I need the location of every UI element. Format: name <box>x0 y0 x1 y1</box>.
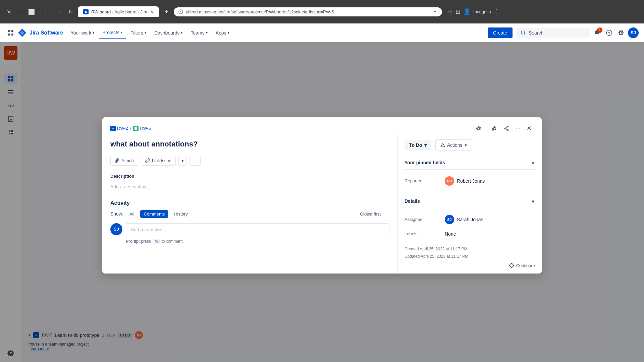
create-button[interactable]: Create <box>488 27 513 38</box>
search-text: Search <box>529 30 543 36</box>
svg-rect-5 <box>11 30 13 32</box>
filter-comments-btn[interactable]: Comments <box>140 210 168 218</box>
comment-input[interactable]: Add a comment... <box>126 223 389 236</box>
configure-row[interactable]: Configure <box>405 263 535 268</box>
extensions-icon[interactable]: ⊞ <box>455 8 461 15</box>
help-btn[interactable]: ? <box>604 27 614 38</box>
nav-dashboards[interactable]: Dashboards ▾ <box>151 27 186 38</box>
pro-tip-text: Pro tip: <box>126 239 140 244</box>
activity-filters: Show: All Comments History Oldest first <box>110 210 389 218</box>
created-label: Created April 25, 2023 at 11:17 PM <box>405 246 535 253</box>
svg-marker-3 <box>433 11 437 13</box>
tab-close-btn[interactable]: ✕ <box>150 9 154 14</box>
sort-btn[interactable]: Oldest first <box>357 210 389 218</box>
breadcrumb-separator: / <box>130 126 131 131</box>
labels-text: None <box>445 231 456 237</box>
more-options-btn[interactable]: ··· <box>514 124 522 133</box>
breadcrumb-current-id: RW-5 <box>140 126 151 131</box>
jira-logo[interactable]: Jira Software <box>17 28 63 38</box>
nav-apps[interactable]: Apps ▾ <box>212 27 233 38</box>
collapse-icon: ∧ <box>531 160 535 166</box>
assignee-label: Assignee <box>405 217 445 222</box>
attach-label: Attach <box>121 158 134 163</box>
issue-title[interactable]: what about annotations? <box>110 139 389 149</box>
svg-point-25 <box>478 127 480 129</box>
assignee-avatar: SJ <box>445 215 454 224</box>
profile-icon[interactable]: 👤 <box>463 8 471 15</box>
incognito-label: Incognito <box>473 9 491 14</box>
chevron-down-icon: ▾ <box>181 31 182 35</box>
settings-btn[interactable] <box>616 27 627 38</box>
svg-line-31 <box>505 129 507 130</box>
browser-tab[interactable]: RW board - Agile board - Jira ✕ <box>78 6 159 17</box>
chevron-down-icon: ▾ <box>228 31 229 35</box>
menu-icon[interactable]: ⋮ <box>494 8 500 15</box>
apps-grid-btn[interactable] <box>5 27 16 38</box>
svg-marker-32 <box>441 143 445 147</box>
address-bar[interactable]: uifeed.atlassian.net/jira/software/proje… <box>174 7 442 16</box>
story-icon <box>133 126 139 131</box>
updated-label: Updated April 25, 2023 at 11:17 PM <box>405 253 535 260</box>
svg-line-30 <box>505 127 507 128</box>
pinned-fields-header[interactable]: Your pinned fields ∧ <box>405 156 535 170</box>
nav-your-work[interactable]: Your work ▾ <box>67 27 98 38</box>
sort-label: Oldest first <box>360 212 381 217</box>
notifications-btn[interactable]: 1 <box>592 27 602 38</box>
svg-marker-0 <box>85 10 87 13</box>
nav-filters[interactable]: Filters ▾ <box>127 27 150 38</box>
details-section-header[interactable]: Details ∧ <box>405 195 535 208</box>
forward-btn[interactable]: → <box>54 7 63 16</box>
labels-label: Labels <box>405 231 445 236</box>
new-tab-btn[interactable]: + <box>162 7 171 17</box>
actions-btn[interactable]: Actions ▾ <box>435 139 472 151</box>
description-placeholder[interactable]: Add a description... <box>110 181 389 192</box>
pinned-fields-section: Your pinned fields ∧ Reporter RJ Robert … <box>405 156 535 189</box>
filter-all-btn[interactable]: All <box>126 210 138 218</box>
minimize-window-btn[interactable]: — <box>15 7 25 16</box>
bookmark-icon[interactable]: ☆ <box>447 8 453 15</box>
maximize-window-btn[interactable]: ⬜ <box>27 7 36 16</box>
modal-body: what about annotations? Attach Link issu… <box>102 134 542 274</box>
browser-actions: ☆ ⊞ 👤 Incognito ⋮ <box>447 8 500 15</box>
reload-btn[interactable]: ↻ <box>66 7 75 16</box>
attach-btn[interactable]: Attach <box>110 156 138 166</box>
description-section: Description Add a description... <box>110 174 389 192</box>
browser-controls: ✕ — ⬜ <box>4 7 36 16</box>
svg-line-9 <box>524 34 525 35</box>
main-area: RW ▾ ✓ RW-7 Learn to do prototype <box>0 42 644 362</box>
filter-history-btn[interactable]: History <box>171 210 191 218</box>
nav-search[interactable]: Search <box>517 28 590 38</box>
nav-projects[interactable]: Projects ▾ <box>99 27 126 39</box>
close-window-btn[interactable]: ✕ <box>4 7 13 16</box>
status-chevron: ▾ <box>424 142 427 148</box>
close-modal-btn[interactable]: ✕ <box>525 123 534 134</box>
actions-label: Actions <box>447 142 463 148</box>
thumbs-up-btn[interactable] <box>490 124 499 133</box>
labels-value: None <box>445 231 456 237</box>
svg-point-8 <box>521 31 525 34</box>
more-actions-btn[interactable]: ··· <box>190 156 201 166</box>
svg-rect-7 <box>11 34 13 36</box>
status-actions-row: To Do ▾ Actions ▾ <box>405 139 535 151</box>
issue-modal: RW-2 / RW-5 1 <box>102 117 542 274</box>
jira-nav: Jira Software Your work ▾ Projects ▾ Fil… <box>0 23 644 42</box>
chevron-down-icon: ▾ <box>206 31 208 35</box>
svg-point-29 <box>504 128 505 129</box>
breadcrumb-parent[interactable]: RW-2 <box>110 126 128 131</box>
share-btn[interactable] <box>502 124 511 133</box>
show-label: Show: <box>110 211 123 217</box>
nav-teams[interactable]: Teams ▾ <box>187 27 211 38</box>
svg-rect-6 <box>8 34 10 36</box>
browser-chrome: ✕ — ⬜ ← → ↻ RW board - Agile board - Jir… <box>0 0 644 23</box>
back-btn[interactable]: ← <box>42 7 51 16</box>
ellipsis-icon: ··· <box>516 126 520 131</box>
breadcrumb-current[interactable]: RW-5 <box>133 126 151 131</box>
watchers-btn[interactable]: 1 <box>474 124 487 133</box>
status-btn[interactable]: To Do ▾ <box>405 140 431 150</box>
link-issue-btn[interactable]: Link issue <box>141 156 176 166</box>
svg-rect-24 <box>135 127 137 130</box>
assignee-value: SJ Sarah Jonas <box>445 215 483 224</box>
dropdown-btn[interactable]: ▾ <box>178 156 187 166</box>
comment-row: SJ Add a comment... <box>110 223 389 236</box>
user-avatar[interactable]: SJ <box>628 27 639 38</box>
